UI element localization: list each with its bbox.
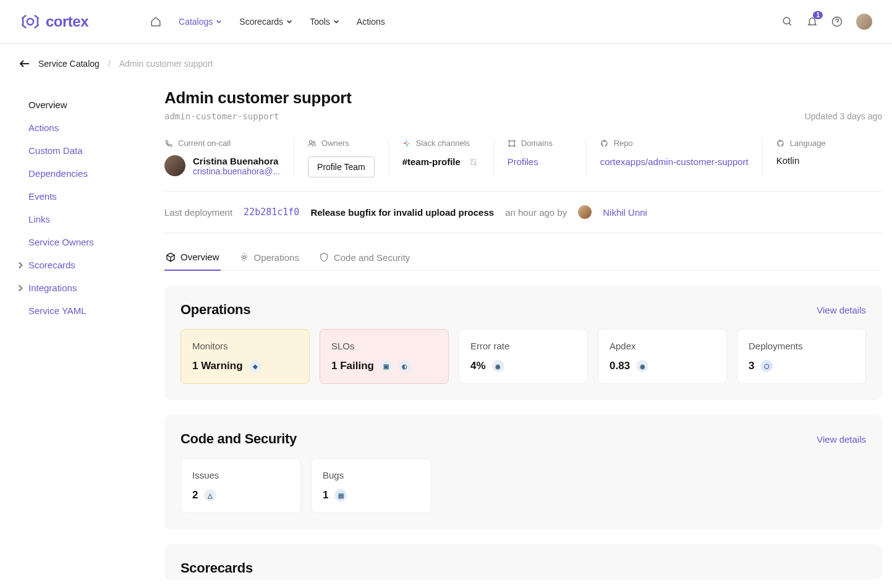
nav-home-icon[interactable] [150, 16, 161, 27]
svg-point-11 [508, 145, 509, 146]
brand-name: cortex [46, 13, 88, 30]
security-panel: Code and Security View details Issues 2 … [164, 415, 882, 529]
deploy-commit[interactable]: 22b281c1f0 [244, 207, 299, 218]
svg-point-4 [313, 141, 315, 143]
page-title: Admin customer support [164, 88, 882, 108]
github-icon [776, 139, 785, 148]
scorecards-panel: Scorecards [164, 544, 882, 580]
back-icon[interactable] [20, 60, 30, 67]
language-value: Kotlin [776, 155, 826, 166]
domains-label: Domains [508, 138, 572, 148]
oncall-label: Current on-call [164, 138, 280, 148]
language-label: Language [776, 138, 826, 148]
nav-right: 1 [782, 14, 872, 30]
sidebar-item-events[interactable]: Events [23, 185, 141, 208]
chevron-right-icon [16, 261, 25, 270]
owners-label: Owners [308, 138, 375, 148]
datadog-icon: ◆ [249, 360, 261, 372]
help-icon[interactable] [831, 16, 843, 27]
scorecards-title: Scorecards [181, 560, 866, 576]
oncall-email[interactable]: cristina.buenahora@... [193, 166, 280, 176]
card-apdex[interactable]: Apdex 0.83 ◉ [598, 329, 727, 384]
sidebar-item-scorecards[interactable]: Scorecards [23, 254, 141, 276]
repo-label: Repo [600, 138, 749, 148]
sidebar-item-integrations[interactable]: Integrations [23, 276, 141, 299]
cortex-logo-icon [20, 11, 41, 32]
sidebar-item-links[interactable]: Links [23, 208, 141, 231]
operations-title: Operations [181, 302, 250, 318]
operations-view-details[interactable]: View details [817, 305, 866, 315]
deploy-avatar [578, 205, 592, 219]
nav-catalogs[interactable]: Catalogs [179, 17, 222, 27]
sidebar-item-service-yaml[interactable]: Service YAML [23, 299, 141, 322]
brand-logo[interactable]: cortex [20, 11, 88, 32]
svg-point-3 [309, 140, 312, 143]
gear-icon [239, 252, 249, 262]
users-icon [308, 139, 316, 148]
search-icon[interactable] [782, 16, 793, 27]
top-nav: cortex Catalogs Scorecards Tools Actions [0, 0, 892, 44]
sidebar-item-actions[interactable]: Actions [23, 116, 141, 139]
sidebar: Overview Actions Custom Data Dependencie… [10, 80, 146, 580]
page-slug: admin-customer-support [164, 111, 279, 121]
card-slos[interactable]: SLOs 1 Failing ▣ ◐ [320, 329, 449, 384]
tab-overview[interactable]: Overview [164, 244, 221, 271]
sonar-icon: ▤ [334, 489, 347, 501]
svg-point-10 [514, 140, 515, 141]
owner-chip[interactable]: Profile Team [308, 156, 375, 177]
slack-icon [402, 139, 411, 148]
domain-link[interactable]: Profiles [508, 156, 572, 167]
kubernetes-icon: ⬡ [760, 360, 773, 372]
provider-icon: ▣ [380, 360, 393, 372]
user-avatar[interactable] [856, 14, 872, 30]
sidebar-item-service-owners[interactable]: Service Owners [23, 231, 141, 254]
card-monitors[interactable]: Monitors 1 Warning ◆ [181, 329, 310, 384]
card-bugs[interactable]: Bugs 1 ▤ [311, 458, 431, 513]
notifications[interactable]: 1 [807, 16, 818, 27]
svg-rect-6 [406, 140, 407, 143]
sentry-icon: △ [204, 489, 216, 501]
main-content: Admin customer support admin-customer-su… [146, 80, 882, 580]
sidebar-item-dependencies[interactable]: Dependencies [23, 162, 141, 185]
operations-panel: Operations View details Monitors 1 Warni… [164, 286, 882, 400]
slack-channel[interactable]: #team-profile [402, 156, 461, 167]
tab-operations[interactable]: Operations [238, 244, 300, 270]
svg-point-12 [514, 145, 515, 146]
svg-rect-8 [406, 144, 407, 147]
svg-point-13 [243, 256, 245, 258]
svg-point-1 [783, 17, 790, 24]
svg-point-0 [27, 19, 33, 25]
chevron-down-icon [216, 19, 222, 25]
sidebar-item-custom-data[interactable]: Custom Data [23, 139, 141, 162]
last-updated: Updated 3 days ago [805, 111, 882, 121]
info-row: Current on-call Cristina Buenahora crist… [164, 138, 882, 192]
newrelic-icon: ◉ [492, 360, 504, 372]
breadcrumb-current: Admin customer support [119, 59, 213, 69]
nav-tools[interactable]: Tools [310, 17, 339, 27]
chevron-right-icon [16, 284, 25, 292]
github-icon [600, 139, 609, 148]
deploy-user[interactable]: Nikhil Unni [603, 207, 647, 218]
nav-actions[interactable]: Actions [357, 17, 385, 27]
domains-icon [508, 139, 516, 148]
breadcrumb-separator: / [108, 59, 111, 69]
sidebar-item-overview[interactable]: Overview [23, 93, 141, 116]
nav-scorecards[interactable]: Scorecards [239, 17, 292, 27]
cube-icon [166, 252, 176, 262]
slack-label: Slack channels [402, 138, 480, 148]
tab-security[interactable]: Code and Security [318, 244, 411, 270]
deploy-time: an hour ago by [505, 207, 567, 218]
security-view-details[interactable]: View details [817, 434, 866, 445]
provider-icon: ◐ [399, 360, 411, 372]
chevron-down-icon [286, 19, 292, 25]
card-deployments[interactable]: Deployments 3 ⬡ [737, 329, 866, 384]
phone-icon [164, 139, 173, 148]
repo-link[interactable]: cortexapps/admin-customer-support [600, 155, 749, 169]
chevron-down-icon [333, 19, 339, 25]
content-tabs: Overview Operations Code and Security [164, 244, 882, 271]
card-error-rate[interactable]: Error rate 4% ◉ [459, 329, 588, 384]
card-issues[interactable]: Issues 2 △ [181, 458, 301, 513]
deploy-label: Last deployment [164, 207, 232, 218]
breadcrumb-root[interactable]: Service Catalog [38, 59, 100, 69]
notification-badge: 1 [813, 11, 823, 19]
